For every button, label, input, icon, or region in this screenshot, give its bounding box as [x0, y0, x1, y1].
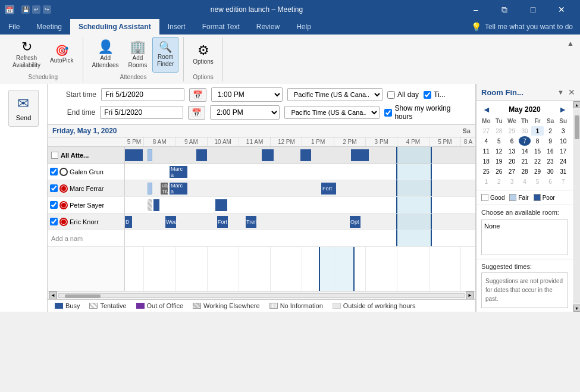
cal-day-14[interactable]: 14: [519, 146, 531, 156]
cal-day-6[interactable]: 6: [506, 136, 518, 146]
cal-day-19[interactable]: 19: [493, 156, 506, 166]
cal-day-2[interactable]: 2: [544, 126, 557, 136]
cal-day-6-next[interactable]: 6: [544, 177, 557, 186]
eric-checkbox[interactable]: [50, 218, 58, 225]
room-scroll-up-btn[interactable]: ▲: [573, 101, 581, 108]
room-finder-scrollbar[interactable]: ▲ ▼: [573, 101, 580, 312]
cal-next-btn[interactable]: ►: [556, 105, 569, 114]
marc-checkbox[interactable]: [50, 184, 58, 192]
cal-day-26[interactable]: 26: [493, 167, 506, 176]
cal-day-8[interactable]: 8: [531, 136, 544, 146]
cal-day-9[interactable]: 9: [544, 136, 557, 146]
cal-day-20[interactable]: 20: [506, 156, 518, 166]
cal-day-3-next[interactable]: 3: [506, 177, 518, 186]
end-timezone-select[interactable]: Pacific Time (US & Cana...: [284, 106, 380, 119]
tab-file[interactable]: File: [0, 19, 28, 35]
undo-icon[interactable]: ↩: [32, 5, 40, 14]
redo-icon[interactable]: ↪: [43, 5, 51, 14]
add-name-cell[interactable]: Add a nam: [48, 230, 125, 246]
restore-button[interactable]: ⧉: [491, 0, 518, 19]
start-date-input[interactable]: [101, 88, 184, 101]
close-button[interactable]: ✕: [548, 0, 575, 19]
galen-checkbox[interactable]: [50, 168, 58, 175]
cal-day-31[interactable]: 31: [557, 167, 569, 176]
cal-prev-btn[interactable]: ◄: [480, 105, 493, 114]
cal-day-28[interactable]: 28: [519, 167, 531, 176]
cal-day-27-w1[interactable]: 27: [480, 126, 493, 136]
cal-day-13[interactable]: 13: [506, 146, 518, 156]
add-rooms-button[interactable]: 🏢 Add Rooms: [124, 37, 152, 73]
cal-day-21[interactable]: 21: [519, 156, 531, 166]
send-button[interactable]: ✉ Send: [8, 90, 39, 127]
cal-day-29[interactable]: 29: [531, 167, 544, 176]
room-scroll-thumb[interactable]: [575, 115, 579, 139]
scroll-left-btn[interactable]: ◄: [49, 291, 57, 300]
options-button[interactable]: ⚙ Options: [189, 37, 217, 73]
cal-day-17[interactable]: 17: [557, 146, 569, 156]
refresh-availability-button[interactable]: ↻ Refresh Availability: [8, 37, 45, 73]
scroll-thumb[interactable]: [65, 294, 101, 298]
collapse-ribbon-button[interactable]: ▲: [565, 38, 576, 49]
cal-day-12[interactable]: 12: [493, 146, 506, 156]
peter-checkbox[interactable]: [50, 201, 58, 209]
show-working-hours-checkbox[interactable]: [384, 109, 392, 117]
room-finder-close-btn[interactable]: ✕: [568, 87, 575, 97]
add-attendees-button[interactable]: 👤 Add Attendees: [88, 37, 123, 73]
cal-day-1-next[interactable]: 1: [480, 177, 493, 186]
start-date-picker[interactable]: 📅: [189, 88, 206, 102]
peter-icon: [59, 201, 68, 209]
cal-day-25[interactable]: 25: [480, 167, 493, 176]
cal-day-22[interactable]: 22: [531, 156, 544, 166]
cal-day-10[interactable]: 10: [557, 136, 569, 146]
minimize-button[interactable]: –: [462, 0, 490, 19]
end-date-input[interactable]: [100, 106, 183, 119]
tab-review[interactable]: Review: [248, 19, 288, 35]
all-day-checkbox[interactable]: [387, 91, 395, 99]
save-icon[interactable]: 💾: [21, 5, 30, 14]
ribbon-search-area[interactable]: 💡 Tell me what you want to do: [471, 22, 580, 32]
cal-day-5-next[interactable]: 5: [531, 177, 544, 186]
cal-day-2-next[interactable]: 2: [493, 177, 506, 186]
tab-format-text[interactable]: Format Text: [194, 19, 248, 35]
cal-day-27[interactable]: 27: [506, 167, 518, 176]
room-finder-button[interactable]: 🔍 Room Finder: [152, 37, 178, 73]
cal-day-4[interactable]: 4: [480, 136, 493, 146]
time-header-spacer: [48, 137, 125, 146]
cal-day-30[interactable]: 30: [544, 167, 557, 176]
cal-day-24[interactable]: 24: [557, 156, 569, 166]
end-date-picker[interactable]: 📅: [188, 106, 205, 120]
tab-insert[interactable]: Insert: [159, 19, 194, 35]
scroll-track[interactable]: [58, 293, 465, 298]
legend-noinfo-box: [269, 303, 278, 309]
maximize-button[interactable]: □: [519, 0, 547, 19]
start-time-select[interactable]: 1:00 PM: [211, 87, 283, 102]
cal-day-15[interactable]: 15: [531, 146, 544, 156]
start-timezone-select[interactable]: Pacific Time (US & Cana...: [287, 88, 383, 101]
cal-day-16[interactable]: 16: [544, 146, 557, 156]
autopick-button[interactable]: 🎯 AutoPick: [46, 37, 77, 73]
horizontal-scrollbar[interactable]: ◄ ►: [48, 291, 475, 299]
timezone-checkbox[interactable]: [424, 91, 431, 99]
tab-help[interactable]: Help: [288, 19, 319, 35]
cal-day-23[interactable]: 23: [544, 156, 557, 166]
cal-day-28-w1[interactable]: 28: [493, 126, 506, 136]
cal-day-11[interactable]: 11: [480, 146, 493, 156]
cal-day-18[interactable]: 18: [480, 156, 493, 166]
send-area: ✉ Send: [0, 84, 48, 312]
cal-day-5[interactable]: 5: [493, 136, 506, 146]
cal-day-7-next[interactable]: 7: [557, 177, 569, 186]
tab-scheduling-assistant[interactable]: Scheduling Assistant: [70, 19, 159, 35]
cal-day-7[interactable]: 7: [519, 136, 531, 146]
room-scroll-down-btn[interactable]: ▼: [573, 305, 581, 312]
all-checkbox[interactable]: [51, 152, 58, 159]
end-time-select[interactable]: 2:00 PM: [210, 105, 280, 120]
cal-day-4-next[interactable]: 4: [519, 177, 531, 186]
tab-meeting[interactable]: Meeting: [28, 19, 70, 35]
room-list[interactable]: None: [481, 219, 568, 255]
cal-day-1[interactable]: 1: [531, 126, 544, 136]
room-finder-dropdown-btn[interactable]: ▼: [556, 88, 566, 96]
cal-day-3[interactable]: 3: [557, 126, 569, 136]
scroll-right-btn[interactable]: ►: [466, 291, 474, 300]
cal-day-30-w1[interactable]: 30: [519, 126, 531, 136]
cal-day-29-w1[interactable]: 29: [506, 126, 518, 136]
